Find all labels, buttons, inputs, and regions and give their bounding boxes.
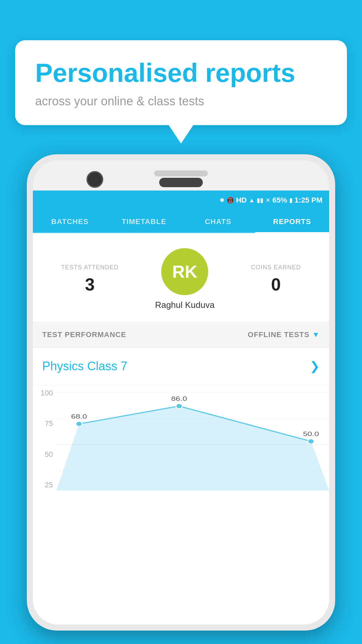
clock: 1:25 PM [295, 196, 322, 205]
chart-fill-area [56, 406, 329, 491]
wifi-icon: ▲ [249, 197, 255, 204]
bubble-title: Personalised reports [35, 59, 327, 88]
coins-earned-label: COINS EARNED [251, 264, 301, 271]
tests-attended-label: TESTS ATTENDED [61, 264, 119, 271]
nav-tabs: BATCHES TIMETABLE CHATS REPORTS [33, 210, 329, 233]
tab-reports[interactable]: REPORTS [255, 210, 329, 232]
vibrate-icon: 📵 [227, 197, 234, 204]
tab-chats[interactable]: CHATS [181, 210, 255, 232]
chart-area: 100 75 50 25 [33, 385, 329, 499]
chart-svg: 68.0 86.0 50.0 [56, 385, 329, 499]
coins-earned-block: COINS EARNED 0 [251, 264, 301, 294]
status-bar: ✱ 📵 HD ▲ ▮▮ ✕ 65% ▮ 1:25 PM [33, 191, 329, 210]
chevron-right-icon: ❯ [310, 359, 320, 373]
screen: ✱ 📵 HD ▲ ▮▮ ✕ 65% ▮ 1:25 PM BATCHES TIME… [33, 191, 329, 625]
data-point-2 [176, 404, 182, 409]
class-row[interactable]: Physics Class 7 ❯ [33, 347, 329, 385]
offline-tests-dropdown[interactable]: OFFLINE TESTS ▼ [248, 330, 320, 339]
tests-attended-value: 3 [61, 274, 119, 294]
phone-frame: ✱ 📵 HD ▲ ▮▮ ✕ 65% ▮ 1:25 PM BATCHES TIME… [27, 154, 335, 631]
bluetooth-icon: ✱ [220, 197, 225, 204]
camera-icon [86, 171, 103, 188]
phone-inner: ✱ 📵 HD ▲ ▮▮ ✕ 65% ▮ 1:25 PM BATCHES TIME… [33, 160, 329, 625]
profile-section: TESTS ATTENDED 3 RK Raghul Kuduva COINS … [33, 233, 329, 322]
y-label-25: 25 [36, 481, 53, 489]
tab-batches[interactable]: BATCHES [33, 210, 107, 232]
avatar: RK [161, 248, 208, 295]
bubble-subtitle: across your online & class tests [35, 94, 327, 108]
data-label-2: 86.0 [171, 395, 187, 402]
x-icon: ✕ [265, 197, 270, 204]
coins-earned-value: 0 [251, 274, 301, 294]
y-label-100: 100 [36, 389, 53, 397]
user-name: Raghul Kuduva [155, 300, 215, 310]
chart-svg-container: 68.0 86.0 50.0 [56, 385, 329, 499]
avatar-block: RK Raghul Kuduva [155, 248, 215, 310]
chart-y-labels: 100 75 50 25 [33, 385, 56, 499]
hd-indicator: HD [236, 196, 247, 205]
tab-timetable[interactable]: TIMETABLE [107, 210, 181, 232]
performance-label: TEST PERFORMANCE [42, 330, 126, 339]
class-name: Physics Class 7 [42, 359, 127, 373]
speech-bubble: Personalised reports across your online … [15, 40, 347, 125]
status-icons: ✱ 📵 HD ▲ ▮▮ ✕ 65% ▮ 1:25 PM [220, 196, 322, 205]
phone-speaker [159, 178, 203, 187]
avatar-initials: RK [172, 262, 197, 282]
data-label-1: 68.0 [71, 413, 87, 420]
performance-header: TEST PERFORMANCE OFFLINE TESTS ▼ [33, 322, 329, 347]
chevron-down-icon: ▼ [312, 330, 320, 339]
data-point-3 [308, 439, 314, 444]
phone-top-bar [154, 170, 208, 176]
offline-tests-label: OFFLINE TESTS [248, 330, 309, 339]
battery-percent: 65% [273, 196, 287, 205]
y-label-50: 50 [36, 450, 53, 459]
tests-attended-block: TESTS ATTENDED 3 [61, 264, 119, 294]
data-label-3: 50.0 [303, 430, 319, 437]
y-label-75: 75 [36, 419, 53, 428]
signal-icon: ▮▮ [257, 197, 263, 204]
battery-icon: ▮ [289, 197, 293, 204]
data-point-1 [76, 421, 82, 426]
